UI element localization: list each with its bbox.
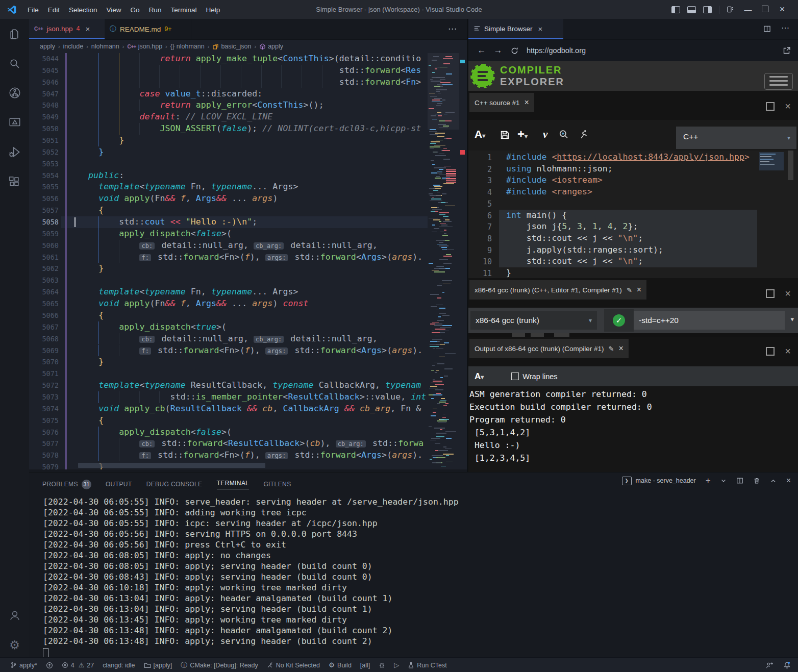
reload-icon[interactable] bbox=[506, 47, 522, 55]
status-clangd-idle[interactable]: clangd: idle bbox=[103, 662, 135, 669]
url-input[interactable]: https://godbolt.org bbox=[527, 46, 783, 55]
activity-account[interactable] bbox=[0, 603, 29, 628]
breadcrumb-item-basic_json[interactable]: basic_json bbox=[212, 43, 251, 50]
breadcrumb-item-json.hpp[interactable]: C++json.hpp bbox=[127, 43, 162, 50]
close-tab-icon[interactable]: × bbox=[85, 24, 90, 33]
zoom-search-icon[interactable] bbox=[558, 129, 569, 140]
save-icon[interactable] bbox=[500, 130, 510, 140]
code-line: void apply(Fn&& f, Args&& ... args) cons… bbox=[78, 298, 309, 310]
tab-json-hpp[interactable]: C++ json.hpp 4 × bbox=[29, 19, 105, 39]
menu-view[interactable]: View bbox=[102, 6, 126, 14]
breadcrumb-item-apply[interactable]: apply bbox=[259, 43, 283, 50]
font-size-button[interactable]: A▾ bbox=[475, 371, 484, 382]
activity-cmake[interactable] bbox=[0, 110, 29, 135]
minimap[interactable] bbox=[428, 53, 459, 469]
activity-debug[interactable] bbox=[0, 140, 29, 164]
breadcrumb-item-nlohmann[interactable]: {}nlohmann bbox=[170, 43, 205, 50]
menu-run[interactable]: Run bbox=[144, 6, 166, 14]
font-size-button[interactable]: A▾ bbox=[475, 128, 485, 140]
minimize-button[interactable]: — bbox=[741, 5, 755, 14]
tab-label: x86-64 gcc (trunk) (C++, Editor #1, Comp… bbox=[475, 286, 622, 294]
compiler-pane-tab[interactable]: x86-64 gcc (trunk) (C++, Editor #1, Comp… bbox=[469, 280, 646, 300]
menu-go[interactable]: Go bbox=[126, 6, 144, 14]
line-number: 5045 bbox=[29, 66, 59, 74]
status-bell-dot[interactable] bbox=[783, 661, 791, 669]
chevron-down-icon[interactable]: ▾ bbox=[790, 315, 794, 323]
status--all-[interactable]: [all] bbox=[360, 662, 370, 669]
wrap-lines-checkbox[interactable] bbox=[511, 372, 519, 380]
terminal[interactable]: [2022-04-30 06:05:55] INFO: serve_header… bbox=[29, 472, 798, 658]
activity-source-control[interactable] bbox=[0, 81, 29, 105]
maximize-pane-icon[interactable] bbox=[766, 289, 775, 298]
breadcrumb-item-include[interactable]: include bbox=[63, 43, 84, 50]
open-external-icon[interactable] bbox=[783, 46, 791, 55]
tab-readme-md[interactable]: ⓘ README.md 9+ bbox=[105, 19, 191, 39]
close-pane-icon[interactable]: × bbox=[785, 348, 791, 355]
tab-simple-browser[interactable]: Simple Browser × bbox=[468, 19, 563, 39]
forward-icon[interactable]: → bbox=[490, 45, 506, 56]
code-editor[interactable]: 5044504550465047504850495050505150525053… bbox=[29, 53, 467, 469]
output-pane-tab[interactable]: Output of x86-64 gcc (trunk) (Compiler #… bbox=[469, 339, 629, 358]
compiler-options-input[interactable]: -std=c++20 bbox=[634, 311, 785, 330]
close-icon[interactable]: × bbox=[525, 98, 529, 107]
close-tab-icon[interactable]: × bbox=[538, 24, 543, 33]
bottom-panel: PROBLEMS31OUTPUTDEBUG CONSOLETERMINALGIT… bbox=[29, 472, 798, 658]
menu-file[interactable]: File bbox=[23, 6, 43, 14]
error-icon bbox=[62, 662, 68, 668]
status-cmake-debug-ready[interactable]: ⓘCMake: [Debug]: Ready bbox=[181, 662, 258, 669]
status-run-ctest[interactable]: Run CTest bbox=[408, 662, 446, 669]
compiler-select[interactable]: x86-64 gcc (trunk) ▾ bbox=[470, 311, 597, 330]
menu-help[interactable]: Help bbox=[201, 6, 225, 14]
maximize-button[interactable] bbox=[762, 5, 768, 14]
edit-title-icon[interactable]: ✎ bbox=[609, 345, 614, 353]
close-pane-icon[interactable]: × bbox=[785, 103, 791, 110]
status-no-kit-selected[interactable]: No Kit Selected bbox=[267, 662, 320, 669]
breadcrumb-item-nlohmann[interactable]: nlohmann bbox=[91, 43, 119, 50]
toggle-panel-icon[interactable] bbox=[687, 6, 696, 13]
back-icon[interactable]: ← bbox=[473, 45, 490, 56]
bell-dot-icon bbox=[783, 661, 791, 669]
activity-extensions[interactable] bbox=[0, 169, 29, 194]
code-line: } bbox=[78, 146, 104, 158]
status--apply-[interactable]: [apply] bbox=[144, 662, 172, 669]
scrollbar[interactable] bbox=[788, 151, 793, 180]
edit-title-icon[interactable]: ✎ bbox=[627, 286, 632, 294]
activity-search[interactable] bbox=[0, 51, 29, 76]
toggle-secondary-sidebar-icon[interactable] bbox=[703, 6, 712, 13]
menu-selection[interactable]: Selection bbox=[64, 6, 102, 14]
maximize-pane-icon[interactable] bbox=[766, 102, 775, 111]
status-play[interactable]: ▷ bbox=[394, 662, 399, 668]
menu-terminal[interactable]: Terminal bbox=[166, 6, 201, 14]
status-apply-[interactable]: apply* bbox=[10, 662, 37, 669]
more-actions-icon[interactable]: ⋯ bbox=[781, 23, 789, 33]
toggle-sidebar-icon[interactable] bbox=[671, 6, 680, 13]
language-select[interactable]: C++ ▾ bbox=[676, 127, 796, 149]
close-pane-icon[interactable]: × bbox=[785, 290, 791, 297]
customize-layout-icon[interactable] bbox=[727, 6, 734, 13]
godbolt-source-editor[interactable]: 1234567891011 #include <https://localhos… bbox=[468, 151, 798, 278]
status-cloud-upload[interactable] bbox=[46, 662, 53, 669]
close-icon[interactable]: × bbox=[619, 344, 624, 353]
close-window-button[interactable]: × bbox=[776, 4, 789, 15]
maximize-pane-icon[interactable] bbox=[766, 347, 775, 356]
add-pane-button[interactable]: +▾ bbox=[517, 127, 528, 141]
status-4[interactable]: 4⚠27 bbox=[62, 662, 94, 669]
quick-bench-icon[interactable] bbox=[579, 129, 589, 139]
editor-actions-icon[interactable]: ⋯ bbox=[448, 23, 457, 34]
hamburger-menu-icon[interactable] bbox=[764, 73, 793, 90]
activity-files[interactable] bbox=[0, 21, 29, 46]
vim-mode-icon[interactable]: v bbox=[543, 128, 547, 141]
cloud-upload-icon bbox=[46, 662, 53, 669]
line-number: 5065 bbox=[29, 300, 59, 308]
status-bug[interactable] bbox=[379, 662, 385, 668]
activity-settings-gear[interactable]: ⚙ bbox=[0, 633, 29, 657]
horizontal-scrollbar[interactable] bbox=[78, 463, 265, 468]
breadcrumb-item-apply[interactable]: apply bbox=[40, 43, 55, 50]
close-icon[interactable]: × bbox=[637, 285, 641, 294]
split-editor-icon[interactable] bbox=[763, 25, 771, 33]
status-feedback[interactable] bbox=[766, 662, 773, 669]
extensions-icon bbox=[8, 176, 21, 188]
status-build[interactable]: ⚙Build bbox=[329, 662, 352, 669]
menu-edit[interactable]: Edit bbox=[43, 6, 64, 14]
source-pane-tab[interactable]: C++ source #1 × bbox=[469, 93, 534, 112]
